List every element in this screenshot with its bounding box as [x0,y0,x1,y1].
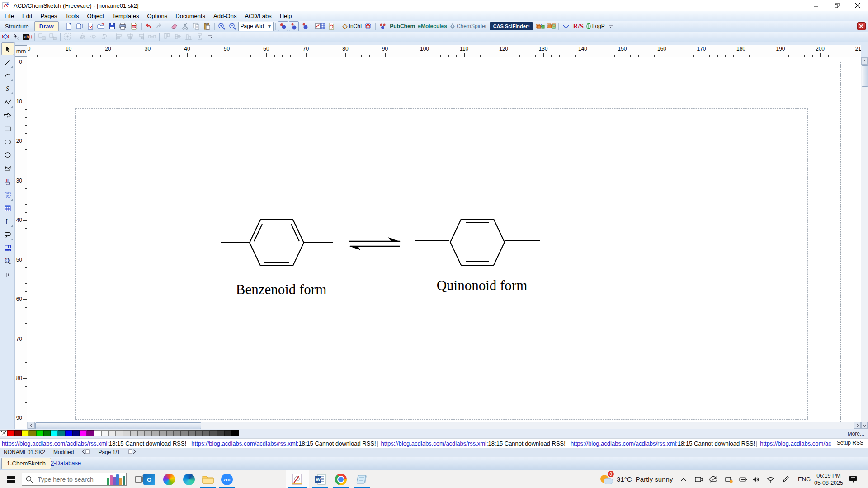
rss-link[interactable]: https://blog.acdlabs.com/acdlabs/rss.xml… [381,440,488,447]
horizontal-scroll-thumb[interactable] [35,422,201,429]
copy-button[interactable] [191,21,201,31]
pencils-tool[interactable] [1,175,14,188]
3d-rotation-button[interactable] [300,21,310,31]
draw-normal-tool[interactable] [1,56,14,69]
angle-tool-button[interactable] [561,21,571,31]
color-swatch[interactable] [72,430,80,436]
vertical-scroll-thumb[interactable] [862,65,868,87]
vertical-scrollbar[interactable] [861,57,868,429]
menu-item-tools[interactable]: Tools [61,12,82,20]
previous-page-button[interactable] [82,449,90,456]
callout-tool[interactable] [1,229,14,241]
color-swatch[interactable] [166,430,174,436]
menu-item-acdlabs[interactable]: ACD/Labs [241,12,275,20]
align-right-button[interactable] [136,32,146,42]
align-left-button[interactable] [114,32,124,42]
menu-item-object[interactable]: Object [84,12,108,20]
cas-scifinder-button[interactable]: CAS SciFinderⁿ [490,22,533,30]
align-top-button[interactable] [162,32,172,42]
color-swatch[interactable] [51,430,58,436]
rs-determination-button[interactable]: R/S [573,23,583,30]
rotation-lock-icon[interactable] [724,475,733,483]
close-panel-button[interactable] [857,22,866,30]
color-swatch[interactable] [174,430,181,436]
color-swatch[interactable] [14,430,22,436]
align-bottom-button[interactable] [184,32,193,42]
rectangle-tool[interactable] [1,122,14,135]
chemspider-button[interactable]: ChemSpider [449,21,487,31]
drawing-canvas[interactable]: Benzenoid form Quinonoid form [27,57,861,422]
palette-more-button[interactable]: More... [848,431,864,437]
menu-item-edit[interactable]: Edit [19,12,36,20]
onedrive-paused-icon[interactable] [709,475,718,483]
taskbar-outlook[interactable]: O [139,470,159,488]
rss-link[interactable]: https://blog.acdlabs.com/acdlabs/rss.xml… [2,440,109,447]
color-swatch[interactable] [116,430,123,436]
menu-item-pages[interactable]: Pages [37,12,61,20]
color-swatch[interactable] [94,430,101,436]
menu-item-templates[interactable]: Templates [108,12,142,20]
flip-left-right-button[interactable] [78,32,88,42]
distribute-h-button[interactable] [147,32,157,42]
select-bonds-tool-button[interactable] [11,32,21,42]
color-swatch[interactable] [108,430,116,436]
import-from-database-button[interactable] [546,21,556,31]
color-swatch[interactable] [145,430,152,436]
3d-optimization-button[interactable] [289,21,299,31]
taskbar-word[interactable]: W [310,470,330,488]
taskbar-clock[interactable]: 06:19 PM 05-08-2025 [814,472,844,487]
benzenoid-structure[interactable] [221,220,333,266]
structure-search-tool[interactable] [1,255,14,267]
taskbar-notepad[interactable] [352,470,372,488]
meet-now-icon[interactable] [694,475,703,483]
menu-item-documents[interactable]: Documents [172,12,209,20]
minimize-button[interactable] [806,0,826,11]
distribute-v-button[interactable] [194,32,204,42]
undo-button[interactable] [144,21,154,31]
color-swatch[interactable] [65,430,72,436]
generate-inchi-button[interactable]: InChI [341,21,363,31]
toolbar-options-button[interactable] [606,21,616,31]
cut-button[interactable] [180,21,190,31]
close-document-button[interactable] [85,21,95,31]
rotate-90-button[interactable] [99,32,109,42]
no-color-swatch[interactable] [0,430,7,436]
color-swatch[interactable] [58,430,65,436]
draw-chains-tool[interactable]: S [1,82,14,95]
clean-structure-button[interactable] [170,21,179,31]
pen-icon[interactable] [781,475,790,483]
arrow-tool[interactable] [1,109,14,122]
color-swatch[interactable] [101,430,108,436]
toolbar2-options-button[interactable] [205,32,215,42]
color-swatch[interactable] [210,430,217,436]
color-swatch[interactable] [43,430,51,436]
polyline-tool[interactable] [1,96,14,108]
export-to-database-button[interactable] [535,21,545,31]
open-button[interactable] [96,21,106,31]
color-swatch[interactable] [188,430,195,436]
draw-continuous-tool[interactable] [1,69,14,82]
check-structure-button[interactable] [363,21,373,31]
start-button[interactable] [0,470,22,488]
print-button[interactable] [118,21,128,31]
equilibrium-arrows[interactable] [348,237,401,250]
scroll-left-arrow[interactable] [28,422,35,429]
paste-button[interactable] [202,21,212,31]
restore-button[interactable] [826,0,847,11]
horizontal-scrollbar[interactable] [27,422,861,429]
color-swatch[interactable] [22,430,29,436]
text-tool-button[interactable]: ab [22,32,32,42]
color-swatch[interactable] [152,430,159,436]
scroll-up-arrow[interactable] [861,57,868,65]
taskbar-edge[interactable] [179,470,199,488]
color-swatch[interactable] [181,430,188,436]
taskbar-chrome[interactable] [331,470,351,488]
draw-button[interactable]: Draw [34,21,59,31]
rounded-rectangle-tool[interactable] [1,136,14,148]
ungroup-button[interactable] [48,32,58,42]
zoom-level-select[interactable]: Page Wid ▾ [238,22,274,31]
scroll-right-arrow[interactable] [854,422,861,429]
notification-center-button[interactable] [849,475,858,484]
zoom-in-button[interactable] [217,21,227,31]
tray-expand-chevron[interactable] [679,475,688,483]
